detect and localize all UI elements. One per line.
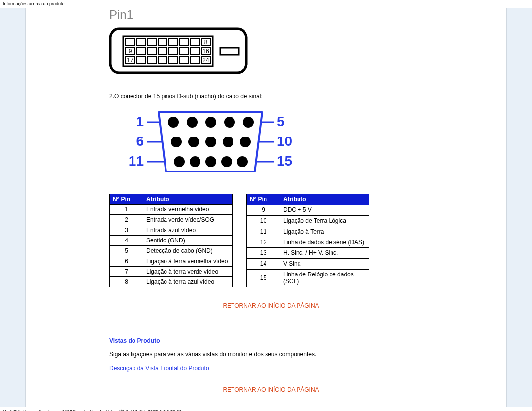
svg-text:6: 6 [136,134,144,149]
svg-text:5: 5 [277,114,285,129]
pin-table-left: Nº PinAtributo 1Entrada vermelha vídeo 2… [109,194,233,287]
th-pin: Nº Pin [247,194,280,205]
svg-point-54 [174,156,185,167]
table-row: 15Linha de Relógio de dados (SCL) [247,269,369,287]
page-header: Informações acerca do produto [0,0,532,8]
svg-text:24: 24 [202,57,209,64]
pin-table-right: Nº PinAtributo 9DDC + 5 V 10Ligação de T… [246,194,369,287]
svg-rect-14 [180,48,189,55]
table-row: 7Ligação à terra verde vídeo [110,267,233,277]
svg-text:15: 15 [277,153,292,169]
svg-text:1: 1 [136,114,144,129]
table-row: 13H. Sinc. / H+ V. Sinc. [247,247,369,258]
front-view-link[interactable]: Descrição da Vista Frontal do Produto [109,365,432,372]
svg-rect-3 [147,39,156,46]
svg-text:16: 16 [202,48,209,55]
right-nav-band [506,8,532,407]
svg-point-51 [205,137,216,147]
th-attr: Atributo [143,194,233,205]
table-row: 1Entrada vermelha vídeo [110,205,233,215]
section-text: Siga as ligações para ver as várias vist… [109,351,432,358]
table-row: 9DDC + 5 V [247,205,369,215]
svg-point-47 [224,117,235,128]
section-title-views: Vistas do Produto [109,337,432,344]
svg-rect-12 [158,48,167,55]
section-divider [109,323,432,323]
svg-rect-2 [136,39,145,46]
table-row: 14V Sinc. [247,258,369,269]
svg-point-57 [221,156,232,167]
svg-point-56 [205,156,216,167]
svg-rect-23 [191,57,200,64]
svg-rect-4 [158,39,167,46]
svg-rect-25 [220,48,239,55]
svg-text:9: 9 [129,48,132,55]
svg-point-53 [240,137,251,147]
left-nav-band [0,8,26,407]
table-row: 8Ligação à terra azul vídeo [110,277,233,287]
svg-point-48 [243,117,254,128]
dvi-connector-svg: 8 9 16 17 24 [109,24,252,78]
svg-rect-7 [191,39,200,46]
page-footer: file:///F|/lcd/manual/portugues/190B8/pr… [0,407,532,411]
svg-text:8: 8 [204,39,208,46]
svg-rect-11 [147,48,156,55]
svg-point-44 [168,117,179,128]
svg-rect-13 [169,48,178,55]
svg-text:11: 11 [129,153,144,169]
dvi-connector-figure: Pin1 8 9 16 [109,8,432,78]
svg-point-52 [223,137,233,147]
svg-rect-18 [136,57,145,64]
vga-connector-figure: 1 6 11 5 10 15 [129,107,432,179]
pin-tables: Nº PinAtributo 1Entrada vermelha vídeo 2… [109,194,432,287]
table-row: 2Entrada verde vídeo/SOG [110,215,233,225]
svg-rect-6 [180,39,189,46]
table-row: 4Sentido (GND) [110,236,233,246]
svg-rect-19 [147,57,156,64]
svg-rect-22 [180,57,189,64]
pin1-label: Pin1 [109,8,432,22]
table-row: 3Entrada azul vídeo [110,225,233,236]
return-to-top-link-2[interactable]: RETORNAR AO INÍCIO DA PÁGINA [109,386,432,393]
svg-rect-1 [126,39,134,46]
vga-connector-svg: 1 6 11 5 10 15 [129,107,306,179]
svg-point-50 [188,137,199,147]
table-row: 11Ligação à Terra [247,226,369,237]
svg-point-58 [237,156,248,167]
svg-point-55 [190,156,200,167]
table-row: 6Ligação à terra vermelha vídeo [110,256,233,267]
svg-rect-20 [158,57,167,64]
svg-rect-15 [191,48,200,55]
table-row: 12Linha de dados de série (DAS) [247,237,369,248]
svg-point-45 [187,117,198,128]
svg-rect-5 [169,39,178,46]
th-pin: Nº Pin [110,194,143,205]
return-to-top-link-1[interactable]: RETORNAR AO INÍCIO DA PÁGINA [109,302,432,309]
svg-text:10: 10 [277,134,292,149]
dsub-caption: 2.O conector de 15 pinos D-sub (macho) d… [109,93,432,100]
svg-text:17: 17 [127,57,133,64]
svg-rect-10 [136,48,145,55]
th-attr: Atributo [280,194,369,205]
svg-rect-21 [169,57,178,64]
table-row: 10Ligação de Terra Lógica [247,215,369,226]
table-row: 5Detecção de cabo (GND) [110,246,233,256]
svg-point-49 [171,137,182,147]
svg-point-46 [205,117,216,128]
